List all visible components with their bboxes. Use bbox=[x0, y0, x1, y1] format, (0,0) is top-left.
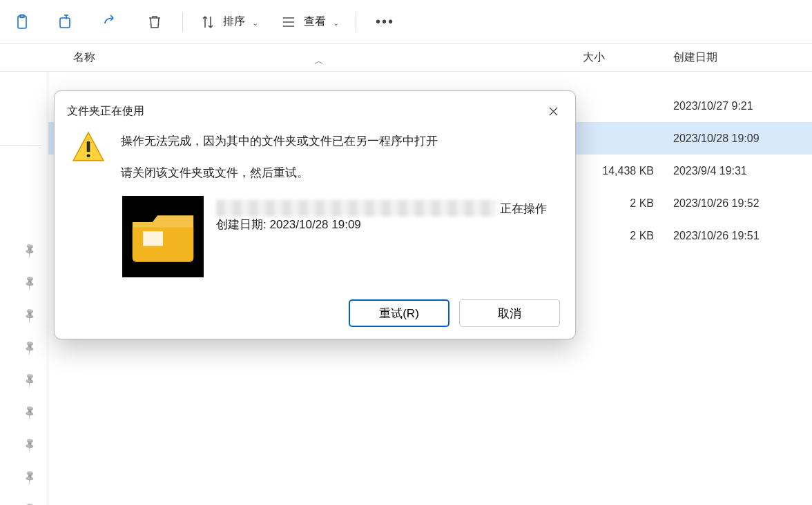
toolbar: 排序 ⌄ 查看 ⌄ ••• bbox=[0, 0, 812, 44]
view-label: 查看 bbox=[304, 14, 326, 29]
retry-button[interactable]: 重试(R) bbox=[349, 299, 450, 327]
column-headers: 名称 大小 创建日期 bbox=[0, 44, 812, 72]
pin-icon[interactable]: 📌 bbox=[21, 306, 39, 324]
folder-thumbnail bbox=[122, 196, 204, 277]
detail-date-label: 创建日期: bbox=[216, 218, 269, 231]
close-button[interactable] bbox=[541, 101, 566, 121]
pin-icon[interactable]: 📌 bbox=[21, 404, 39, 422]
share-button[interactable] bbox=[88, 0, 133, 44]
pin-icon[interactable]: 📌 bbox=[21, 274, 39, 292]
toolbar-separator bbox=[356, 12, 356, 32]
col-date[interactable]: 创建日期 bbox=[666, 50, 812, 65]
sort-dropdown[interactable]: 排序 ⌄ bbox=[188, 0, 269, 44]
paste-button[interactable] bbox=[0, 0, 44, 44]
sidebar-gutter: 📌📌📌📌📌📌📌📌📌📌 bbox=[0, 72, 48, 505]
warning-icon bbox=[71, 130, 106, 167]
pin-icon[interactable]: 📌 bbox=[21, 436, 39, 454]
chevron-down-icon: ⌄ bbox=[333, 19, 339, 28]
sidebar-separator bbox=[0, 145, 41, 146]
col-name[interactable]: 名称 bbox=[0, 50, 573, 65]
delete-button[interactable] bbox=[133, 0, 177, 44]
file-date: 2023/9/4 19:31 bbox=[666, 165, 811, 177]
pin-icon[interactable]: 📌 bbox=[21, 339, 39, 357]
file-size: 14,438 KB bbox=[573, 165, 666, 177]
file-size: 2 KB bbox=[573, 230, 666, 242]
pin-icon[interactable]: 📌 bbox=[21, 468, 39, 486]
folder-in-use-dialog: 文件夹正在使用 操作无法完成，因为其中的文件夹或文件已在另一程序中打开 请关闭该… bbox=[54, 90, 576, 339]
cancel-button[interactable]: 取消 bbox=[459, 299, 560, 327]
file-date: 2023/10/26 19:51 bbox=[666, 230, 811, 242]
more-button[interactable]: ••• bbox=[362, 14, 408, 30]
file-date: 2023/10/28 19:09 bbox=[666, 132, 811, 145]
redacted-name bbox=[216, 200, 496, 217]
svg-rect-5 bbox=[87, 154, 90, 157]
svg-rect-6 bbox=[143, 231, 163, 246]
file-date: 2023/10/26 19:52 bbox=[666, 197, 811, 210]
chevron-down-icon: ⌄ bbox=[252, 19, 258, 28]
toolbar-separator bbox=[182, 12, 183, 32]
detail-date: 2023/10/28 19:09 bbox=[269, 218, 360, 231]
col-size[interactable]: 大小 bbox=[573, 50, 666, 65]
pin-icon[interactable]: 📌 bbox=[21, 241, 39, 259]
view-dropdown[interactable]: 查看 ⌄ bbox=[269, 0, 350, 44]
collapse-caret-icon[interactable]: ︿ bbox=[314, 55, 324, 68]
dialog-message-1: 操作无法完成，因为其中的文件夹或文件已在另一程序中打开 bbox=[121, 133, 559, 149]
pin-icon[interactable]: 📌 bbox=[21, 501, 39, 505]
dialog-title: 文件夹正在使用 bbox=[67, 104, 144, 119]
pin-icon[interactable]: 📌 bbox=[21, 371, 39, 389]
dialog-message-2: 请关闭该文件夹或文件，然后重试。 bbox=[121, 165, 559, 181]
sort-label: 排序 bbox=[223, 14, 245, 29]
file-date: 2023/10/27 9:21 bbox=[666, 100, 811, 112]
svg-rect-4 bbox=[87, 141, 90, 152]
svg-rect-2 bbox=[60, 18, 70, 28]
file-size: 2 KB bbox=[573, 197, 666, 210]
rename-button[interactable] bbox=[44, 0, 88, 44]
detail-suffix: 正在操作 bbox=[500, 201, 547, 217]
